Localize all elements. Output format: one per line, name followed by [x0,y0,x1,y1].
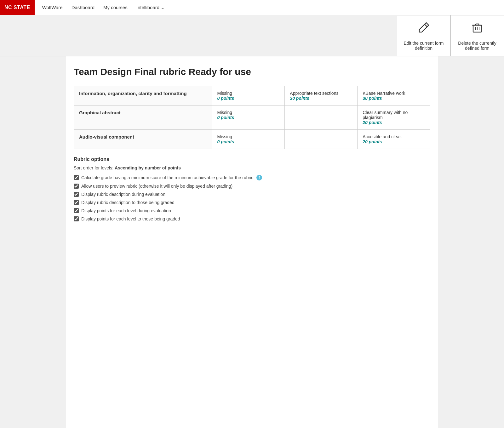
checkbox-label-3: Display rubric description to those bein… [81,200,175,205]
level-cell: Clear summary with no plagiarism 20 poin… [358,106,430,130]
sort-order-line: Sort order for levels: Ascending by numb… [74,165,430,170]
level-points: 0 points [217,96,280,101]
level-points: 20 points [363,120,425,125]
level-label: Accesible and clear. [363,134,425,139]
checkbox-min-score[interactable] [74,175,79,180]
svg-line-0 [425,24,427,27]
level-points: 20 points [363,139,425,144]
page-wrapper: Edit the current form definition [0,15,504,428]
table-row: Graphical abstract Missing 0 points Clea… [74,106,430,130]
delete-icon [470,21,484,37]
checkbox-display-desc-eval[interactable] [74,192,79,197]
checkbox-display-points-eval[interactable] [74,208,79,213]
option-item-3: Display rubric description to those bein… [74,200,430,205]
page-title: Team Design Final rubric Ready for use [74,66,430,77]
nav-link-dashboard[interactable]: Dashboard [72,5,94,10]
level-cell: Missing 0 points [212,86,285,106]
edit-icon [417,21,431,37]
nav-link-wolfware[interactable]: WolfWare [42,5,63,10]
toolbar-group: Edit the current form definition [397,15,504,56]
criterion-cell: Graphical abstract [74,106,212,130]
criterion-cell: Audio-visual component [74,130,212,149]
level-cell: Missing 0 points [212,106,285,130]
criterion-cell: Information, organization, clarity and f… [74,86,212,106]
level-cell-empty [285,130,358,149]
nav-links: WolfWare Dashboard My courses Intelliboa… [35,5,172,10]
table-row: Information, organization, clarity and f… [74,86,430,106]
nc-state-logo[interactable]: NC STATE [0,0,35,15]
option-item-4: Display points for each level during eva… [74,208,430,213]
nav-link-mycourses[interactable]: My courses [103,5,128,10]
option-item-5: Display points for each level to those b… [74,216,430,221]
sort-order-value: Ascending by number of points [115,165,181,170]
rubric-options-title: Rubric options [74,157,430,162]
level-cell: KBase Narrative work 30 points [358,86,430,106]
option-item-0: Calculate grade having a minimum score o… [74,175,430,180]
table-row: Audio-visual component Missing 0 points … [74,130,430,149]
sort-order-prefix: Sort order for levels: [74,165,113,170]
checkbox-label-2: Display rubric description during evalua… [81,192,165,197]
level-label: Missing [217,91,280,96]
edit-form-button[interactable]: Edit the current form definition [397,15,450,56]
level-points: 0 points [217,139,280,144]
rubric-options-section: Rubric options Sort order for levels: As… [74,157,430,221]
level-label: KBase Narrative work [363,91,425,96]
level-label: Missing [217,110,280,115]
delete-form-button[interactable]: Delete the currently defined form [450,15,504,56]
checkbox-label-0: Calculate grade having a minimum score o… [81,175,253,180]
level-label: Missing [217,134,280,139]
checkbox-display-desc-graded[interactable] [74,200,79,205]
chevron-down-icon: ⌄ [161,5,165,10]
level-label: Appropriate text sections [290,91,352,96]
nav-bar: NC STATE WolfWare Dashboard My courses I… [0,0,504,15]
option-item-1: Allow users to preview rubric (otherwise… [74,184,430,189]
checkbox-display-points-graded[interactable] [74,216,79,221]
level-points: 30 points [290,96,352,101]
level-points: 30 points [363,96,425,101]
level-cell: Appropriate text sections 30 points [285,86,358,106]
edit-form-label: Edit the current form definition [401,41,446,51]
level-label: Clear summary with no plagiarism [363,110,425,120]
level-cell-empty [285,106,358,130]
level-points: 0 points [217,115,280,120]
rubric-table: Information, organization, clarity and f… [74,86,430,149]
checkbox-label-5: Display points for each level to those b… [81,216,180,221]
checkbox-label-1: Allow users to preview rubric (otherwise… [81,184,232,189]
nav-dropdown-intelliboard[interactable]: Intelliboard ⌄ [136,5,165,10]
main-content: Team Design Final rubric Ready for use I… [66,56,438,428]
checkbox-preview-rubric[interactable] [74,184,79,189]
help-icon-0[interactable]: ? [256,175,262,180]
checkbox-label-4: Display points for each level during eva… [81,208,171,213]
toolbar-area: Edit the current form definition [0,15,504,56]
level-cell: Missing 0 points [212,130,285,149]
level-cell: Accesible and clear. 20 points [358,130,430,149]
delete-form-label: Delete the currently defined form [455,41,500,51]
option-item-2: Display rubric description during evalua… [74,192,430,197]
